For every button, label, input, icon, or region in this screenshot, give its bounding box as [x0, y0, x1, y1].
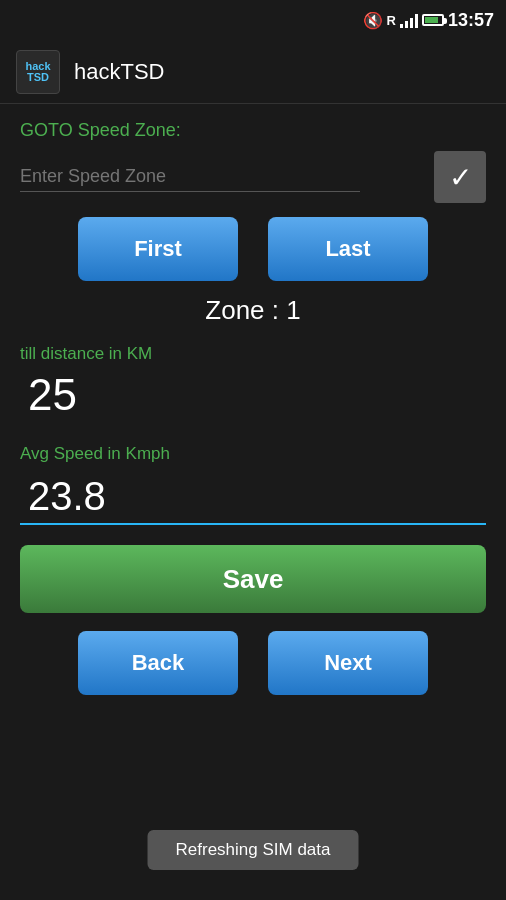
- zone-display: Zone : 1: [20, 295, 486, 326]
- last-button[interactable]: Last: [268, 217, 428, 281]
- app-logo: hack TSD: [16, 50, 60, 94]
- r-indicator: R: [387, 13, 396, 28]
- status-time: 13:57: [448, 10, 494, 31]
- app-bar: hack TSD hackTSD: [0, 40, 506, 104]
- first-last-row: First Last: [20, 217, 486, 281]
- logo-line1: hack: [25, 61, 50, 72]
- speed-zone-input[interactable]: [20, 162, 360, 192]
- speed-zone-row: ✓: [20, 151, 486, 203]
- goto-label: GOTO Speed Zone:: [20, 120, 486, 141]
- first-button[interactable]: First: [78, 217, 238, 281]
- next-button[interactable]: Next: [268, 631, 428, 695]
- save-button[interactable]: Save: [20, 545, 486, 613]
- back-button[interactable]: Back: [78, 631, 238, 695]
- battery-icon: [422, 14, 444, 26]
- avg-speed-label: Avg Speed in Kmph: [20, 444, 486, 464]
- back-next-row: Back Next: [20, 631, 486, 695]
- status-icons: 🔇 R 13:57: [363, 10, 494, 31]
- check-icon: ✓: [449, 161, 472, 194]
- mute-icon: 🔇: [363, 11, 383, 30]
- logo-line2: TSD: [27, 72, 49, 83]
- app-title: hackTSD: [74, 59, 164, 85]
- till-distance-label: till distance in KM: [20, 344, 486, 364]
- check-button[interactable]: ✓: [434, 151, 486, 203]
- avg-speed-input[interactable]: [20, 470, 486, 525]
- km-value: 25: [20, 370, 486, 420]
- status-bar: 🔇 R 13:57: [0, 0, 506, 40]
- signal-bars-icon: [400, 12, 418, 28]
- main-content: GOTO Speed Zone: ✓ First Last Zone : 1 t…: [0, 104, 506, 711]
- refreshing-banner: Refreshing SIM data: [148, 830, 359, 870]
